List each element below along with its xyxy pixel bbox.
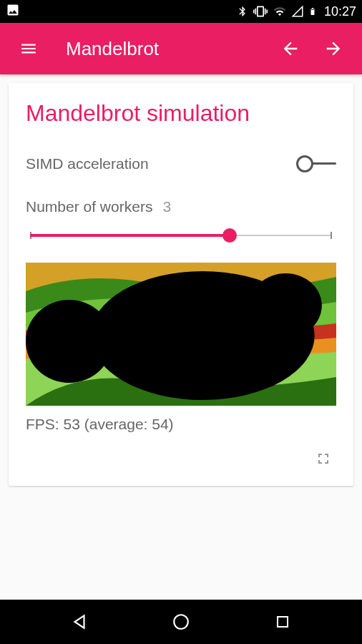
slider-tick-end xyxy=(331,232,332,239)
status-bar: 10:27 xyxy=(0,0,362,23)
fps-text: FPS: 53 (average: 54) xyxy=(26,416,336,433)
nav-recent-button[interactable] xyxy=(261,608,304,636)
switch-thumb xyxy=(296,155,313,172)
card-title: Mandelbrot simulation xyxy=(26,100,336,127)
battery-icon xyxy=(308,4,317,19)
wifi-icon xyxy=(273,5,287,18)
workers-row: Number of workers 3 xyxy=(26,198,336,243)
workers-slider[interactable] xyxy=(30,228,332,243)
svg-rect-7 xyxy=(278,617,288,627)
fullscreen-icon xyxy=(315,450,332,467)
android-nav-bar xyxy=(0,600,362,644)
fullscreen-button[interactable] xyxy=(310,446,336,472)
slider-track-fill xyxy=(30,234,230,237)
workers-label: Number of workers xyxy=(26,198,152,215)
workers-value: 3 xyxy=(162,198,171,215)
nav-home-button[interactable] xyxy=(160,608,202,636)
status-time: 10:27 xyxy=(324,4,356,19)
bluetooth-icon xyxy=(237,4,248,19)
mandelbrot-image xyxy=(26,263,336,406)
app-bar: Mandelbrot xyxy=(0,23,362,74)
signal-icon xyxy=(291,5,304,18)
simd-label: SIMD acceleration xyxy=(26,155,149,172)
app-title: Mandelbrot xyxy=(66,38,276,60)
content-area: Mandelbrot simulation SIMD acceleration … xyxy=(0,74,362,494)
svg-point-5 xyxy=(116,348,160,384)
slider-thumb xyxy=(222,228,237,243)
vibrate-icon xyxy=(253,4,268,19)
hamburger-icon xyxy=(19,39,38,58)
simd-row: SIMD acceleration xyxy=(26,155,336,172)
nav-home-icon xyxy=(172,613,190,631)
menu-button[interactable] xyxy=(14,34,43,63)
svg-point-4 xyxy=(250,273,322,338)
main-card: Mandelbrot simulation SIMD acceleration … xyxy=(9,83,353,486)
nav-back-button[interactable] xyxy=(58,608,101,636)
simd-switch[interactable] xyxy=(296,155,336,172)
arrow-forward-icon xyxy=(323,39,343,59)
arrow-back-icon xyxy=(280,39,300,59)
nav-recent-icon xyxy=(274,613,291,630)
back-button[interactable] xyxy=(276,34,305,63)
svg-rect-0 xyxy=(311,9,314,11)
forward-button[interactable] xyxy=(319,34,348,63)
svg-point-6 xyxy=(174,615,188,629)
nav-back-icon xyxy=(70,613,89,631)
picture-icon xyxy=(6,3,20,21)
